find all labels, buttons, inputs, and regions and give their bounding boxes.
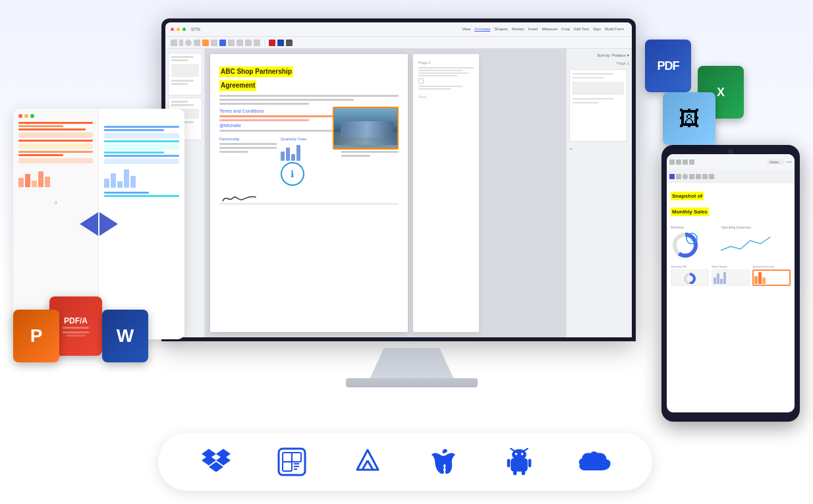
tablet-tool-2 <box>676 159 681 165</box>
tablet-operating-label: Operating Expenses <box>721 225 791 229</box>
menu-buildform[interactable]: Build Form <box>605 27 624 32</box>
arrow-right-icon <box>99 212 118 236</box>
tool-underline[interactable] <box>277 40 284 46</box>
svg-marker-18 <box>357 450 378 470</box>
tablet-sec-quarterly: Quarterly KBI <box>671 265 709 286</box>
cloud-icon <box>578 445 611 478</box>
tool-color-text[interactable] <box>269 40 275 46</box>
tablet-annot-button[interactable]: Annot... <box>767 159 783 165</box>
xlsx-icon-text: X <box>717 86 725 99</box>
ppt-icon-text: P <box>30 325 43 347</box>
tablet-tool-redo <box>709 174 714 179</box>
tablet-bottom-sections: Quarterly KBI Sales Targets <box>671 265 791 286</box>
tool-5[interactable] <box>202 40 209 46</box>
tablet-more-icon[interactable]: ••• <box>787 159 792 165</box>
toolbar-nav: View Annotate Shapes Redact Insert Measu… <box>462 27 624 32</box>
editor-toolbar-tools <box>165 37 632 49</box>
editor-ui: 97% View Annotate Shapes Redact Insert M… <box>165 22 632 337</box>
right-bar-chart <box>104 168 179 188</box>
svg-line-20 <box>368 461 373 470</box>
dots-menu[interactable]: ••• <box>569 147 573 151</box>
tool-4[interactable] <box>194 40 200 46</box>
tablet-screen: Annot... ••• Snapshot of Monthly Sales <box>667 154 795 412</box>
page2-reply-label: Reply <box>418 95 474 99</box>
compare-arrows <box>80 212 118 236</box>
menu-annotate[interactable]: Annotate <box>474 27 490 32</box>
menu-insert[interactable]: Insert <box>528 27 538 32</box>
toolbar-divider <box>264 40 265 46</box>
tablet-tool-3 <box>683 159 688 165</box>
tablet-line-chart-area: Operating Expenses <box>721 225 791 260</box>
menu-shapes[interactable]: Shapes <box>494 27 507 32</box>
pdf-page-1: ABC Shop Partnership Agreement <box>210 54 408 332</box>
tablet-title-line1: Snapshot of <box>671 192 704 200</box>
tablet-frame: Annot... ••• Snapshot of Monthly Sales <box>661 145 800 422</box>
menu-edittext[interactable]: Edit Text <box>574 27 589 32</box>
sortby-chevron: ▾ <box>627 53 629 57</box>
menu-view[interactable]: View <box>462 27 470 32</box>
right-sidebar-thumb-1[interactable] <box>569 69 627 142</box>
tablet-tool-1 <box>669 159 675 165</box>
tool-11[interactable] <box>254 40 260 46</box>
tablet-title-line2: Monthly Sales <box>671 208 709 216</box>
browser-controls <box>18 114 93 118</box>
pdf-col-fees: Quarterly Fees <box>281 137 338 186</box>
menu-measure[interactable]: Measure <box>542 27 557 32</box>
ppt-format-icon: P <box>13 310 59 362</box>
tablet-sales-label: Sales Targets <box>712 265 750 268</box>
svg-rect-13 <box>292 453 301 462</box>
menu-crop[interactable]: Crop <box>561 27 570 32</box>
sortby-label: Sort by: Position <box>597 53 626 57</box>
pdf-icon-text: PDF <box>658 59 679 73</box>
svg-rect-28 <box>528 459 531 467</box>
page-number-doc: 3 <box>18 200 93 205</box>
tool-strikethrough[interactable] <box>286 40 293 46</box>
signature-svg <box>219 192 259 204</box>
pdfa-icon-text: PDF/A <box>64 316 88 325</box>
tablet-device: Annot... ••• Snapshot of Monthly Sales <box>661 145 800 422</box>
pdf-title-line2: Agreement <box>219 80 256 91</box>
svg-rect-30 <box>521 470 525 475</box>
pdf-title-line1: ABC Shop Partnership <box>219 67 293 77</box>
tool-9[interactable] <box>237 40 243 46</box>
arrow-left-icon <box>80 212 98 236</box>
toolbar-control-green <box>182 28 186 31</box>
menu-sign[interactable]: Sign <box>593 27 601 32</box>
tablet-tool-6 <box>676 174 681 179</box>
editor-sidebar-right: Sort by: Position ▾ Page 1 <box>566 49 632 337</box>
tool-10[interactable] <box>245 40 252 46</box>
android-icon <box>503 445 536 478</box>
sortby-control[interactable]: Sort by: Position ▾ <box>569 53 629 57</box>
menu-redact[interactable]: Redact <box>512 27 524 32</box>
pdf-title-block: ABC Shop Partnership Agreement <box>219 65 399 92</box>
svg-line-19 <box>362 461 368 470</box>
tool-2[interactable] <box>179 40 183 46</box>
tablet-tool-7 <box>683 174 688 179</box>
zoom-level: 97% <box>191 27 200 32</box>
tool-1[interactable] <box>171 40 177 46</box>
editor-main[interactable]: ABC Shop Partnership Agreement <box>205 49 566 337</box>
dropbox-icon <box>200 445 233 478</box>
tool-3[interactable] <box>185 40 192 46</box>
svg-rect-21 <box>511 459 528 472</box>
svg-rect-27 <box>507 459 510 467</box>
pdf-page-2: Page 2 Reply <box>413 54 479 332</box>
image-icon-symbol: 🖼 <box>679 107 700 131</box>
tablet-expenses-chart <box>721 231 773 257</box>
monitor-screen: 97% View Annotate Shapes Redact Insert M… <box>161 18 636 341</box>
tablet-revenue-chart: ? <box>671 231 700 260</box>
tool-7[interactable] <box>219 40 226 46</box>
tablet-toolbar-top: Annot... ••• <box>667 154 795 170</box>
google-drive-icon <box>351 445 384 478</box>
tablet-forecast-label: Quarterly Forecast <box>752 265 791 268</box>
tablet-sec-forecast: Quarterly Forecast <box>752 265 791 286</box>
tool-8[interactable] <box>228 40 235 46</box>
page2-label: Page 2 <box>418 61 474 65</box>
tool-6[interactable] <box>211 40 217 46</box>
apple-icon <box>427 445 460 478</box>
page2-checkbox <box>418 78 424 84</box>
left-bar-chart <box>18 167 93 187</box>
page-thumbnail-1[interactable] <box>168 53 202 96</box>
editor-body: ABC Shop Partnership Agreement <box>165 49 632 337</box>
svg-point-23 <box>515 453 517 455</box>
